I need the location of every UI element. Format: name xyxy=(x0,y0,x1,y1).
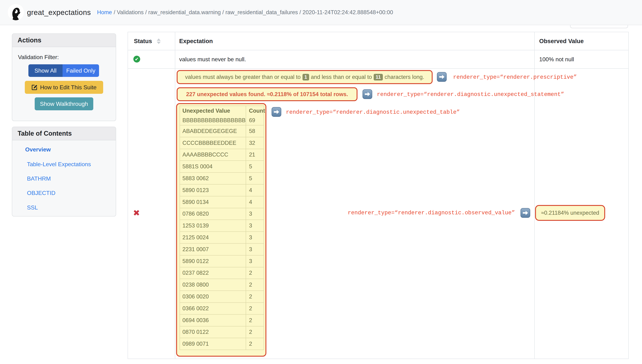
column-header-observed-value: Observed Value xyxy=(539,38,584,44)
count-cell: 3 xyxy=(246,232,264,243)
count-cell: 3 xyxy=(246,256,264,267)
table-row: 5881S 00045 xyxy=(180,160,264,172)
observed-column-border xyxy=(534,32,535,359)
count-cell: 21 xyxy=(246,149,264,160)
site-title: great_expectations xyxy=(27,0,91,25)
right-arrow-icon xyxy=(272,107,281,117)
unexpected-value-cell: 0786 0820 xyxy=(180,210,246,217)
table-row: 1253 01393 xyxy=(180,220,264,232)
renderer-label-unexpected-table: renderer_type=“renderer.diagnostic.unexp… xyxy=(286,109,460,115)
table-row: BBBBBBBBBBBBBBBBB69 xyxy=(180,116,264,125)
table-border-top xyxy=(128,32,629,32)
table-row: 0237 08222 xyxy=(180,267,264,279)
min-length-badge: 1 xyxy=(302,74,309,80)
count-cell: 2 xyxy=(246,267,264,279)
breadcrumb-home-link[interactable]: Home xyxy=(97,9,112,16)
breadcrumb-path: / Validations / raw_residential_data.war… xyxy=(114,9,393,16)
count-cell: 69 xyxy=(246,116,264,125)
column-header-status[interactable]: Status xyxy=(134,38,161,44)
table-row: 5890 01223 xyxy=(180,255,264,267)
unexpected-value-cell: 0989 0071 xyxy=(180,341,246,347)
sort-icon[interactable] xyxy=(157,38,161,44)
scrolled-off-button[interactable] xyxy=(570,25,628,28)
unexpected-value-cell: 0694 0036 xyxy=(180,317,246,324)
unexpected-value-cell: 5890 0123 xyxy=(180,187,246,194)
max-length-badge: 11 xyxy=(374,74,383,80)
table-border-bottom xyxy=(128,358,629,359)
unexpected-value-cell: 5881S 0004 xyxy=(180,163,246,170)
column-header-expectation: Expectation xyxy=(179,38,213,44)
count-cell: 2 xyxy=(246,303,264,314)
count-cell: 2 xyxy=(246,291,264,302)
portrait-logo-icon xyxy=(7,4,25,21)
edit-pencil-icon xyxy=(32,84,38,90)
unexpected-value-cell: 2125 0024 xyxy=(180,234,246,241)
status-column-border xyxy=(175,32,175,359)
right-arrow-icon xyxy=(520,208,530,218)
show-walkthrough-button[interactable]: Show Walkthrough xyxy=(35,98,93,110)
unexpected-value-column-header: Unexpected Value xyxy=(180,108,246,114)
toc-title: Table of Contents xyxy=(12,127,116,140)
right-arrow-icon xyxy=(363,89,372,99)
toc-item-bathrm[interactable]: BATHRM xyxy=(27,175,51,182)
count-cell: 5 xyxy=(246,161,264,172)
actions-panel-title: Actions xyxy=(12,34,116,47)
unexpected-value-cell: 1253 0139 xyxy=(180,222,246,229)
show-all-button[interactable]: Show All xyxy=(29,64,63,77)
toc-item-objectid[interactable]: OBJECTID xyxy=(27,189,55,196)
toc-item-table-level-expectations[interactable]: Table-Level Expectations xyxy=(27,160,91,168)
unexpected-values-table: Unexpected Value Count BBBBBBBBBBBBBBBBB… xyxy=(180,106,264,350)
table-header-border xyxy=(128,50,629,50)
table-row: 2125 00243 xyxy=(180,232,264,243)
unexpected-value-cell: 0870 0122 xyxy=(180,329,246,335)
breadcrumb: Home / Validations / raw_residential_dat… xyxy=(97,0,393,25)
unexpected-value-cell: 0306 0020 xyxy=(180,294,246,300)
unexpected-values-table-header: Unexpected Value Count xyxy=(180,106,264,116)
unexpected-value-cell: CCCCBBBBEEDDEE xyxy=(180,140,246,146)
unexpected-statement-callout: 227 unexpected values found. ≈0.2118% of… xyxy=(177,87,357,101)
success-check-icon: ✔ xyxy=(133,56,140,62)
toc-item-ssl[interactable]: SSL xyxy=(27,204,38,211)
table-of-contents-panel: Table of Contents xyxy=(12,127,116,216)
table-row: 0366 00222 xyxy=(180,302,264,314)
unexpected-value-cell: 5890 0122 xyxy=(180,258,246,264)
unexpected-values-table-body: BBBBBBBBBBBBBBBBB69ABABDEDEGEGEGE58CCCCB… xyxy=(180,116,264,350)
observed-value-passed: 100% not null xyxy=(539,56,574,63)
great-expectations-logo[interactable] xyxy=(7,4,25,21)
unexpected-value-cell: 0238 0800 xyxy=(180,282,246,288)
failed-only-button[interactable]: Failed Only xyxy=(63,64,99,77)
count-cell: 5 xyxy=(246,173,264,184)
unexpected-value-cell: BBBBBBBBBBBBBBBBB xyxy=(180,117,246,124)
table-row: 5890 01344 xyxy=(180,196,264,208)
table-row: 0238 08002 xyxy=(180,279,264,290)
validation-filter-label: Validation Filter: xyxy=(18,54,59,60)
count-cell: 58 xyxy=(246,126,264,137)
unexpected-value-cell: 0237 0822 xyxy=(180,270,246,276)
count-column-header: Count xyxy=(246,106,264,116)
renderer-label-unexpected-statement: renderer_type=“renderer.diagnostic.unexp… xyxy=(377,91,564,98)
unexpected-values-callout: Unexpected Value Count BBBBBBBBBBBBBBBBB… xyxy=(176,103,266,357)
toc-item-overview[interactable]: Overview xyxy=(25,146,51,153)
renderer-label-prescriptive: renderer_type=“renderer.prescriptive” xyxy=(453,74,577,80)
edit-suite-button[interactable]: How to Edit This Suite xyxy=(25,81,103,94)
table-row: 0306 00202 xyxy=(180,290,264,302)
table-row: CCCCBBBBEEDDEE32 xyxy=(180,137,264,149)
renderer-label-observed-value: renderer_type=“renderer.diagnostic.obser… xyxy=(306,210,515,216)
unexpected-value-cell: 0366 0022 xyxy=(180,305,246,312)
table-row: 2231 00073 xyxy=(180,243,264,255)
table-row: 5883 00625 xyxy=(180,172,264,184)
table-row: 0694 00362 xyxy=(180,314,264,326)
count-cell: 2 xyxy=(246,338,264,350)
count-cell: 2 xyxy=(246,279,264,290)
count-cell: 2 xyxy=(246,314,264,326)
count-cell: 4 xyxy=(246,196,264,208)
table-row: 0989 00712 xyxy=(180,338,264,350)
table-row: ABABDEDEGEGEGE58 xyxy=(180,125,264,137)
unexpected-value-cell: AAAABBBBCCCC xyxy=(180,152,246,158)
unexpected-value-cell: 5890 0134 xyxy=(180,199,246,205)
count-cell: 2 xyxy=(246,326,264,338)
count-cell: 3 xyxy=(246,208,264,220)
expectation-text-passed: values must never be null. xyxy=(179,56,246,63)
table-border-left xyxy=(128,32,128,359)
table-row: 0870 01222 xyxy=(180,326,264,338)
